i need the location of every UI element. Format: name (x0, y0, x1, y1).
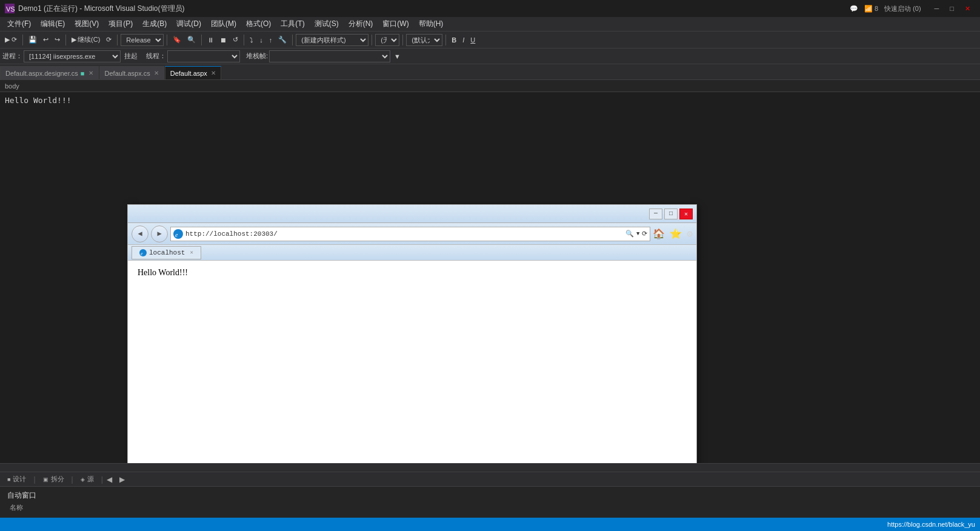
pause-btn[interactable]: ⏸ (205, 35, 216, 45)
ie-title-controls: ─ □ ✕ (649, 209, 693, 219)
ie-page-content: Hello World!!! (138, 268, 188, 277)
ie-address-bar: e http://localhost:20303/ 🔍 ▼ ⟳ (170, 227, 650, 241)
ie-minimize-btn[interactable]: ─ (649, 209, 662, 219)
stack-dropdown[interactable] (269, 50, 390, 62)
tab-split[interactable]: ▣ 拆分 (36, 472, 72, 487)
inline-style-dropdown[interactable]: (新建内联样式) (296, 34, 368, 46)
ie-tab-icon: e (139, 249, 147, 256)
sep4 (167, 35, 167, 45)
italic-btn[interactable]: I (460, 35, 467, 45)
tab-cs-label: Default.aspx.cs (105, 70, 150, 77)
ie-title-bar: ─ □ ✕ (128, 205, 696, 223)
bookmark-btn[interactable]: 🔖 (170, 35, 184, 45)
process-dropdown[interactable]: [11124] iisexpress.exe (24, 50, 121, 62)
continue-btn[interactable]: ▶ 继续(C) (69, 34, 102, 45)
tab-aspx[interactable]: Default.aspx ✕ (165, 66, 221, 79)
sep6 (244, 35, 244, 45)
tab-aspx-close[interactable]: ✕ (211, 70, 216, 76)
ie-forward-btn[interactable]: ▶ (151, 225, 168, 242)
tab-designer-cs-close[interactable]: ✕ (88, 70, 93, 76)
split-icon: ▣ (43, 476, 48, 483)
step-into[interactable]: ↓ (257, 35, 265, 45)
menu-test[interactable]: 测试(S) (310, 18, 344, 30)
step-out[interactable]: ↑ (267, 35, 275, 45)
ie-home-icon[interactable]: 🏠 (653, 228, 665, 240)
close-button[interactable]: ✕ (960, 4, 975, 14)
ie-settings-icon[interactable]: ⚙ (687, 228, 693, 240)
save-btn[interactable]: 💾 (26, 35, 39, 45)
design-icon: ■ (7, 476, 10, 483)
nav-left-btn[interactable]: ◀ (103, 474, 116, 485)
bottom-scroll[interactable] (0, 463, 980, 472)
sep7 (292, 35, 293, 45)
ie-tab-close[interactable]: ✕ (190, 249, 193, 256)
menu-view[interactable]: 视图(V) (70, 18, 104, 30)
notification-icon[interactable]: 💬 (850, 5, 858, 13)
tab-designer-cs[interactable]: Default.aspx.designer.cs ■ ✕ (0, 66, 99, 79)
underline-btn[interactable]: U (468, 35, 478, 45)
ie-browser-window: ─ □ ✕ ◀ ▶ e http://localhost:20303/ 🔍 ▼ … (127, 204, 697, 463)
suspend-btn[interactable]: 挂起 (122, 50, 140, 62)
ie-search-icon[interactable]: 🔍 (625, 230, 634, 238)
restore-button[interactable]: □ (945, 4, 959, 13)
menu-analyze[interactable]: 分析(N) (344, 18, 378, 30)
release-dropdown[interactable]: Release (121, 34, 164, 46)
minimize-button[interactable]: ─ (930, 4, 944, 13)
tab-source[interactable]: ◈ 源 (73, 472, 101, 487)
split-label: 拆分 (51, 475, 64, 484)
undo-btn[interactable]: ↩ (41, 35, 51, 45)
default-size-dropdown[interactable]: (默认大小) (406, 34, 442, 46)
network-icon[interactable]: 📶 8 (864, 5, 878, 13)
sep1 (22, 35, 23, 45)
menu-team[interactable]: 团队(M) (206, 18, 241, 30)
ie-tab-localhost[interactable]: e localhost ✕ (132, 246, 201, 259)
sep2 (65, 35, 66, 45)
ie-refresh-icon[interactable]: ⟳ (642, 230, 647, 238)
ie-tab-bar: e localhost ✕ (128, 245, 696, 261)
bold-btn[interactable]: B (449, 35, 459, 45)
tab-design[interactable]: ■ 设计 (0, 472, 33, 487)
debug-toolbar: 进程： [11124] iisexpress.exe 挂起 线程： 堆栈帧: ▼ (0, 48, 980, 64)
source-label: 源 (87, 475, 94, 484)
menu-project[interactable]: 项目(P) (104, 18, 138, 30)
ie-restore-btn[interactable]: □ (664, 209, 678, 219)
menu-bar: 文件(F) 编辑(E) 视图(V) 项目(P) 生成(B) 调试(D) 团队(M… (0, 17, 980, 32)
svg-text:e: e (175, 232, 178, 238)
ie-url-text[interactable]: http://localhost:20303/ (185, 230, 623, 238)
tab-cs[interactable]: Default.aspx.cs ✕ (99, 66, 164, 79)
nav-right-btn[interactable]: ▶ (116, 474, 128, 485)
run-button[interactable]: ▶ ⟳ (2, 35, 19, 45)
restart-btn[interactable]: ↺ (230, 35, 241, 45)
menu-help[interactable]: 帮助(H) (414, 18, 448, 30)
ie-close-btn[interactable]: ✕ (679, 209, 693, 219)
menu-format[interactable]: 格式(O) (241, 18, 276, 30)
quick-launch[interactable]: 快速启动 (0) (884, 4, 921, 13)
menu-file[interactable]: 文件(F) (2, 18, 36, 30)
search-btn[interactable]: 🔍 (185, 35, 198, 45)
editor-area[interactable]: Hello World!!! ─ □ ✕ ◀ ▶ e http://localh… (0, 92, 980, 463)
source-icon: ◈ (81, 476, 85, 483)
menu-debug[interactable]: 调试(D) (172, 18, 206, 30)
menu-build[interactable]: 生成(B) (138, 18, 172, 30)
step-over[interactable]: ⤵ (247, 35, 256, 45)
menu-window[interactable]: 窗口(W) (378, 18, 413, 30)
auto-window-title: 自动窗口 (5, 489, 975, 502)
tab-designer-cs-icon: ■ (81, 70, 85, 77)
sep3 (117, 35, 118, 45)
ie-back-btn[interactable]: ◀ (132, 225, 148, 242)
ie-favorites-icon[interactable]: ⭐ (670, 228, 682, 240)
refresh-btn[interactable]: ⟳ (104, 35, 114, 45)
ie-dropdown-icon[interactable]: ▼ (636, 231, 639, 237)
hex-btn[interactable]: 🔧 (276, 35, 289, 45)
redo-btn[interactable]: ↪ (52, 35, 62, 45)
none-dropdown[interactable]: (无) (375, 34, 399, 46)
status-right: https://blog.csdn.net/black_yu (887, 521, 975, 528)
menu-tools[interactable]: 工具(T) (276, 18, 309, 30)
thread-dropdown[interactable] (167, 50, 240, 62)
stack-expand-btn[interactable]: ▼ (392, 52, 403, 61)
menu-edit[interactable]: 编辑(E) (36, 18, 70, 30)
tab-designer-cs-label: Default.aspx.designer.cs (5, 70, 78, 77)
stop-btn[interactable]: ⏹ (218, 35, 229, 45)
tab-cs-close[interactable]: ✕ (154, 70, 159, 76)
bottom-tab-bar: ■ 设计 | ▣ 拆分 | ◈ 源 | ◀ ▶ (0, 472, 980, 487)
